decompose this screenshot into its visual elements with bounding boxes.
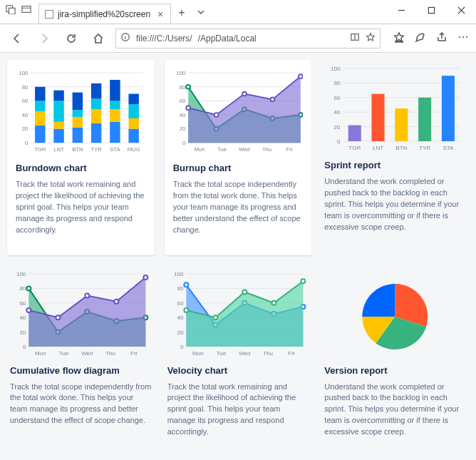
svg-rect-105 [348, 126, 361, 141]
browser-tab[interactable]: jira-simplified%20screen × [38, 4, 171, 24]
svg-text:LNT: LNT [373, 145, 383, 151]
card-version-report[interactable]: Version report Understand the work compl… [321, 265, 469, 454]
svg-text:Fri: Fri [288, 350, 295, 357]
svg-rect-58 [128, 118, 138, 129]
maximize-button[interactable] [416, 0, 446, 20]
svg-point-133 [56, 315, 60, 320]
info-icon[interactable] [120, 32, 130, 44]
svg-point-17 [462, 36, 464, 37]
svg-text:40: 40 [19, 315, 26, 321]
card-desc: Track the total work remaining and proje… [167, 382, 309, 439]
card-desc: Track the total scope independently from… [173, 179, 304, 236]
card-burnup[interactable]: 020406080100MonTueWedThuFri Burnup chart… [165, 60, 312, 255]
svg-point-86 [270, 98, 274, 102]
svg-text:LNT: LNT [53, 146, 64, 153]
svg-text:Thu: Thu [105, 350, 115, 357]
svg-text:20: 20 [179, 126, 185, 132]
svg-text:BTN: BTN [396, 145, 408, 151]
svg-text:40: 40 [334, 109, 341, 116]
tab-set-aside-icon[interactable] [6, 4, 16, 17]
svg-text:20: 20 [177, 329, 183, 335]
new-tab-button[interactable]: + [171, 2, 192, 24]
chart-velocity: 020406080100MonTueWedThuFri [167, 271, 309, 357]
svg-rect-43 [53, 101, 63, 121]
svg-text:80: 80 [19, 285, 26, 292]
share-icon[interactable] [436, 31, 447, 46]
svg-rect-5 [428, 7, 434, 13]
notes-icon[interactable] [415, 31, 426, 46]
svg-text:80: 80 [334, 80, 341, 86]
svg-point-135 [114, 299, 118, 303]
svg-text:STA: STA [110, 146, 120, 153]
card-desc: Track the total scope independently from… [10, 382, 152, 427]
svg-rect-52 [91, 83, 101, 99]
svg-text:Wed: Wed [81, 350, 93, 357]
reading-view-icon[interactable] [350, 32, 360, 44]
svg-point-163 [301, 279, 305, 283]
close-window-button[interactable] [446, 0, 476, 20]
card-desc: Track the total work remaining and proje… [16, 179, 146, 236]
card-desc: Understand the work completed or pushed … [324, 176, 466, 233]
page-icon [45, 10, 53, 19]
svg-text:40: 40 [179, 112, 185, 118]
forward-button[interactable] [34, 29, 54, 48]
svg-text:TYR: TYR [90, 146, 102, 153]
favorites-hub-icon[interactable] [393, 31, 405, 46]
svg-rect-109 [442, 76, 455, 141]
card-cumulative-flow[interactable]: 020406080100MonTueWedThuFri Cumulative f… [7, 265, 155, 454]
svg-text:100: 100 [16, 271, 26, 277]
svg-text:Tue: Tue [59, 350, 69, 357]
window-titlebar: jira-simplified%20screen × + [0, 0, 476, 24]
address-bar[interactable]: file:///C:/Users/ /AppData/Local [115, 29, 381, 48]
svg-text:80: 80 [22, 84, 29, 91]
svg-rect-45 [73, 128, 83, 143]
svg-rect-47 [73, 110, 83, 117]
svg-rect-107 [395, 108, 408, 141]
tab-menu-icon[interactable] [192, 2, 209, 24]
home-button[interactable] [88, 29, 108, 48]
svg-rect-50 [91, 109, 101, 123]
svg-text:60: 60 [19, 300, 26, 306]
card-title: Version report [324, 365, 466, 376]
svg-text:100: 100 [19, 70, 28, 76]
svg-rect-55 [110, 101, 120, 109]
svg-text:Mon: Mon [192, 350, 204, 357]
tabs-preview-icon[interactable] [21, 4, 31, 17]
minimize-button[interactable] [386, 0, 416, 20]
svg-rect-54 [110, 109, 120, 122]
svg-text:100: 100 [174, 271, 184, 277]
svg-rect-57 [128, 129, 138, 143]
svg-text:60: 60 [179, 98, 185, 104]
svg-rect-40 [35, 87, 45, 101]
svg-rect-108 [418, 98, 431, 141]
svg-rect-59 [128, 104, 138, 118]
svg-point-78 [186, 85, 190, 89]
svg-rect-53 [110, 122, 120, 143]
svg-text:60: 60 [177, 300, 183, 306]
address-text-2: /AppData/Local [198, 34, 257, 44]
svg-rect-46 [73, 117, 83, 128]
svg-text:80: 80 [177, 285, 183, 292]
svg-text:Fri: Fri [286, 146, 292, 153]
card-burndown[interactable]: 020406080100TGRLNTBTNTYRSTAMUG Burndown … [7, 60, 155, 255]
svg-point-136 [143, 275, 148, 280]
refresh-button[interactable] [61, 29, 81, 48]
svg-rect-51 [91, 98, 101, 109]
svg-text:Tue: Tue [216, 350, 226, 357]
back-button[interactable] [7, 29, 27, 48]
svg-point-132 [26, 308, 31, 312]
chart-sprint: 020406080100TGRLNTBTNTYRSTA [324, 66, 466, 151]
svg-rect-41 [53, 129, 63, 143]
svg-rect-42 [53, 122, 63, 129]
card-title: Sprint report [324, 160, 466, 170]
favorite-icon[interactable] [366, 32, 376, 44]
settings-menu-icon[interactable] [457, 31, 469, 46]
close-tab-icon[interactable]: × [157, 9, 163, 20]
svg-rect-106 [372, 94, 385, 141]
svg-rect-2 [22, 6, 31, 13]
card-velocity[interactable]: 020406080100MonTueWedThuFri Velocity cha… [165, 265, 312, 454]
card-title: Velocity chart [167, 365, 309, 376]
card-sprint-report[interactable]: 020406080100TGRLNTBTNTYRSTA Sprint repor… [321, 60, 469, 255]
svg-point-85 [242, 92, 247, 96]
card-title: Burnup chart [173, 163, 304, 173]
